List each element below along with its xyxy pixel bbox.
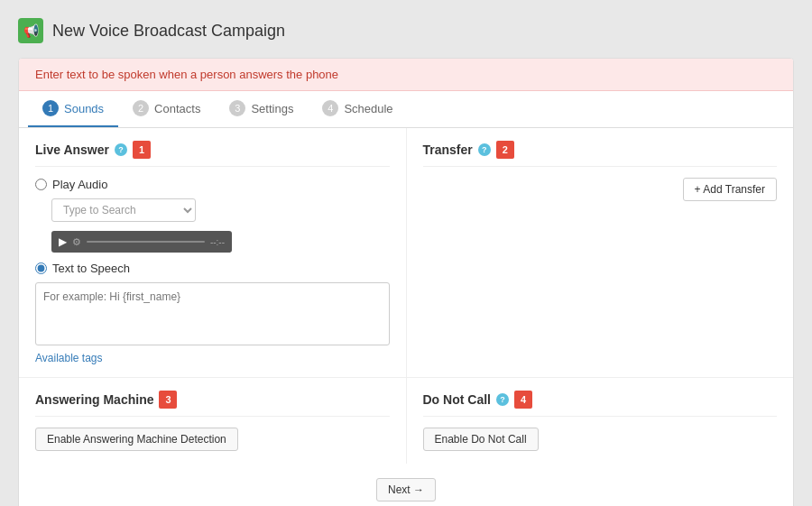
answering-machine-number: 3 bbox=[159, 391, 177, 409]
play-audio-option: Play Audio bbox=[35, 178, 390, 191]
do-not-call-label: Do Not Call bbox=[423, 392, 491, 407]
play-button[interactable]: ▶ bbox=[59, 235, 67, 248]
live-answer-section: Live Answer ? 1 Play Audio Type to Searc… bbox=[19, 128, 407, 377]
tab-sounds[interactable]: 1 Sounds bbox=[28, 91, 118, 127]
tab-settings-number: 3 bbox=[229, 100, 245, 116]
next-button[interactable]: Next → bbox=[376, 478, 436, 501]
do-not-call-header: Do Not Call ? 4 bbox=[423, 391, 778, 417]
tab-sounds-number: 1 bbox=[42, 100, 59, 116]
section-row-2: Answering Machine 3 Enable Answering Mac… bbox=[19, 378, 793, 464]
transfer-label: Transfer bbox=[423, 143, 473, 157]
broadcast-icon: 📢 bbox=[18, 18, 43, 43]
transfer-section: Transfer ? 2 + Add Transfer bbox=[407, 128, 794, 377]
page-title: New Voice Broadcast Campaign bbox=[52, 22, 285, 41]
do-not-call-info-icon[interactable]: ? bbox=[496, 393, 509, 406]
live-answer-label: Live Answer bbox=[35, 143, 109, 157]
audio-track bbox=[87, 241, 205, 243]
live-answer-header: Live Answer ? 1 bbox=[35, 141, 390, 167]
transfer-header: Transfer ? 2 bbox=[423, 141, 778, 167]
audio-time: --:-- bbox=[210, 237, 225, 247]
answering-machine-header: Answering Machine 3 bbox=[35, 391, 390, 417]
tts-radio[interactable] bbox=[35, 262, 47, 274]
audio-search-container: Type to Search bbox=[51, 198, 390, 222]
tab-schedule-label: Schedule bbox=[344, 102, 392, 115]
page-header: 📢 New Voice Broadcast Campaign bbox=[18, 18, 794, 43]
audio-spinner: ⚙ bbox=[72, 236, 81, 248]
answering-machine-section: Answering Machine 3 Enable Answering Mac… bbox=[19, 378, 407, 464]
transfer-number: 2 bbox=[496, 141, 514, 159]
footer-row: Next → bbox=[19, 464, 793, 506]
tab-sounds-label: Sounds bbox=[64, 102, 104, 115]
tab-contacts-label: Contacts bbox=[154, 102, 200, 115]
audio-search-select[interactable]: Type to Search bbox=[51, 198, 196, 222]
tab-schedule-number: 4 bbox=[322, 100, 338, 116]
text-to-speech-option: Text to Speech bbox=[35, 262, 390, 275]
available-tags-link[interactable]: Available tags bbox=[35, 352, 390, 364]
do-not-call-section: Do Not Call ? 4 Enable Do Not Call bbox=[407, 378, 794, 464]
live-answer-number: 1 bbox=[133, 141, 151, 159]
alert-banner: Enter text to be spoken when a person an… bbox=[19, 59, 793, 91]
tab-settings-label: Settings bbox=[251, 102, 293, 115]
add-transfer-row: + Add Transfer bbox=[423, 178, 778, 201]
tts-label: Text to Speech bbox=[52, 262, 130, 275]
transfer-info-icon[interactable]: ? bbox=[478, 143, 491, 156]
tts-textarea[interactable] bbox=[35, 282, 390, 345]
tab-contacts-number: 2 bbox=[133, 100, 149, 116]
play-audio-label: Play Audio bbox=[52, 178, 107, 191]
tabs-bar: 1 Sounds 2 Contacts 3 Settings 4 Schedul… bbox=[19, 91, 793, 128]
tab-schedule[interactable]: 4 Schedule bbox=[308, 91, 407, 127]
do-not-call-number: 4 bbox=[514, 391, 532, 409]
play-audio-radio[interactable] bbox=[35, 179, 47, 190]
main-card: Enter text to be spoken when a person an… bbox=[18, 58, 794, 506]
live-answer-info-icon[interactable]: ? bbox=[115, 143, 127, 156]
add-transfer-button[interactable]: + Add Transfer bbox=[683, 178, 777, 201]
content-area: Live Answer ? 1 Play Audio Type to Searc… bbox=[19, 128, 793, 506]
answering-machine-label: Answering Machine bbox=[35, 392, 153, 407]
audio-player: ▶ ⚙ --:-- bbox=[51, 231, 232, 253]
tab-settings[interactable]: 3 Settings bbox=[215, 91, 308, 127]
enable-amd-button[interactable]: Enable Answering Machine Detection bbox=[35, 428, 238, 451]
enable-dnc-button[interactable]: Enable Do Not Call bbox=[423, 428, 539, 451]
section-row-1: Live Answer ? 1 Play Audio Type to Searc… bbox=[19, 128, 793, 378]
tab-contacts[interactable]: 2 Contacts bbox=[118, 91, 215, 127]
